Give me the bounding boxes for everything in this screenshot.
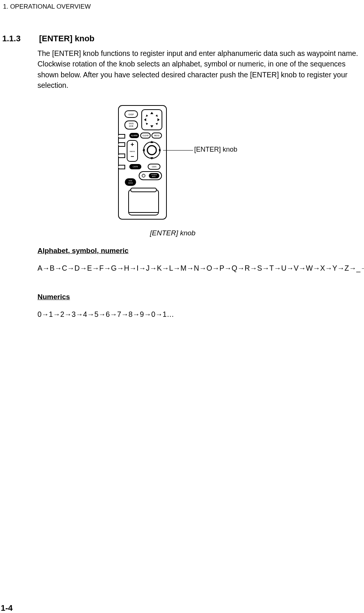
page-number: 1-4 <box>1 603 13 613</box>
section-number: 1.1.3 <box>2 34 37 44</box>
menu-label: MENU <box>154 134 160 137</box>
range-label: RANGE <box>130 151 135 152</box>
alpha-sequence: A→B→C→D→E→F→G→H→I→J→K→L→M→N→O→P→Q→R→S→T→… <box>37 263 364 273</box>
mob-label: MOB <box>129 125 133 127</box>
numerics-subheading: Numerics <box>37 293 70 301</box>
svg-rect-28 <box>129 190 159 215</box>
alpha-subheading: Alphabet, symbol, numeric <box>37 247 129 255</box>
plus-label: + <box>130 141 134 148</box>
disp-label: DISP <box>129 113 134 116</box>
cntr-label: CNTR <box>133 166 138 168</box>
callout-line <box>163 150 193 151</box>
callout-label: [ENTER] knob <box>194 146 237 154</box>
section-paragraph: The [ENTER] knob functions to register i… <box>37 48 364 90</box>
gain-label: GAIN <box>152 166 157 168</box>
alarm-label: ALARM <box>131 134 137 137</box>
show-label: SHOW <box>128 182 133 184</box>
figure-container: DISP SAVE MOB ALARM CLEAR MENU + RANGE − <box>118 105 268 220</box>
brill-label: BRILL <box>152 176 156 178</box>
figure-caption: [ENTER] knob <box>150 229 195 237</box>
svg-rect-29 <box>131 188 156 192</box>
device-illustration: DISP SAVE MOB ALARM CLEAR MENU + RANGE − <box>118 105 167 220</box>
clear-label: CLEAR <box>142 134 149 137</box>
hide-label: HIDE <box>129 180 132 182</box>
svg-point-17 <box>147 146 156 155</box>
minus-label: − <box>130 153 134 160</box>
section-title: [ENTER] knob <box>39 34 94 43</box>
chapter-header: 1. OPERATIONAL OVERVIEW <box>3 3 91 11</box>
save-label: SAVE <box>129 122 134 125</box>
section-heading: 1.1.3 [ENTER] knob <box>2 34 94 44</box>
numerics-sequence: 0→1→2→3→4→5→6→7→8→9→0→1… <box>37 309 364 319</box>
